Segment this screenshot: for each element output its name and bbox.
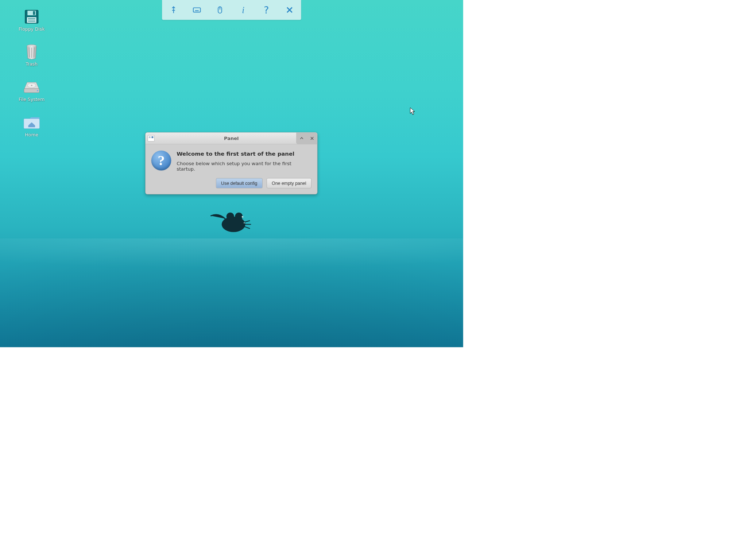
question-icon: ? <box>151 151 171 171</box>
desktop-icon-filesystem[interactable]: File System <box>13 79 50 102</box>
desktop-icon-floppy[interactable]: Floppy Disk <box>13 9 50 32</box>
svg-point-32 <box>242 216 244 218</box>
wallpaper-highlight <box>0 238 463 288</box>
xfce-mouse-logo <box>210 210 253 234</box>
desktop-icon-home[interactable]: Home <box>13 115 50 137</box>
window-close-button[interactable] <box>307 132 317 144</box>
info-icon[interactable]: i <box>236 3 250 17</box>
svg-point-22 <box>31 85 32 86</box>
svg-rect-0 <box>193 8 201 12</box>
pin-icon[interactable] <box>167 3 180 17</box>
dialog-titlebar[interactable]: Panel <box>146 132 317 144</box>
svg-rect-12 <box>33 11 35 15</box>
mouse-icon[interactable] <box>213 3 227 17</box>
close-icon[interactable] <box>283 3 296 17</box>
svg-point-24 <box>37 90 38 92</box>
panel-dialog: Panel ? Welcome to the first start of th… <box>145 132 317 195</box>
one-empty-panel-button[interactable]: One empty panel <box>267 178 311 188</box>
dialog-title: Panel <box>146 136 317 141</box>
help-icon[interactable]: ? <box>260 3 273 17</box>
svg-point-30 <box>235 213 243 220</box>
dialog-heading: Welcome to the first start of the panel <box>177 151 311 157</box>
mouse-cursor <box>410 108 415 115</box>
desktop-icon-area: Floppy Disk Trash <box>13 9 50 137</box>
dialog-body-text: Choose below which setup you want for th… <box>177 161 311 172</box>
svg-point-31 <box>244 222 245 223</box>
desktop-icon-label: Home <box>25 132 38 137</box>
keyboard-icon[interactable] <box>190 3 204 17</box>
window-rollup-button[interactable] <box>297 132 307 144</box>
floppy-icon <box>23 9 41 24</box>
desktop-icon-label: Floppy Disk <box>19 26 45 32</box>
svg-point-29 <box>227 213 234 220</box>
vnc-toolbar: i ? <box>162 0 301 20</box>
desktop-icon-label: File System <box>19 97 44 102</box>
desktop-icon-label: Trash <box>26 62 38 67</box>
use-default-config-button[interactable]: Use default config <box>216 178 263 188</box>
window-buttons <box>296 132 317 144</box>
desktop[interactable]: i ? Floppy Disk <box>0 0 463 347</box>
home-folder-icon <box>23 115 41 130</box>
drive-icon <box>23 79 41 95</box>
desktop-icon-trash[interactable]: Trash <box>13 44 50 67</box>
trash-icon <box>23 44 41 60</box>
